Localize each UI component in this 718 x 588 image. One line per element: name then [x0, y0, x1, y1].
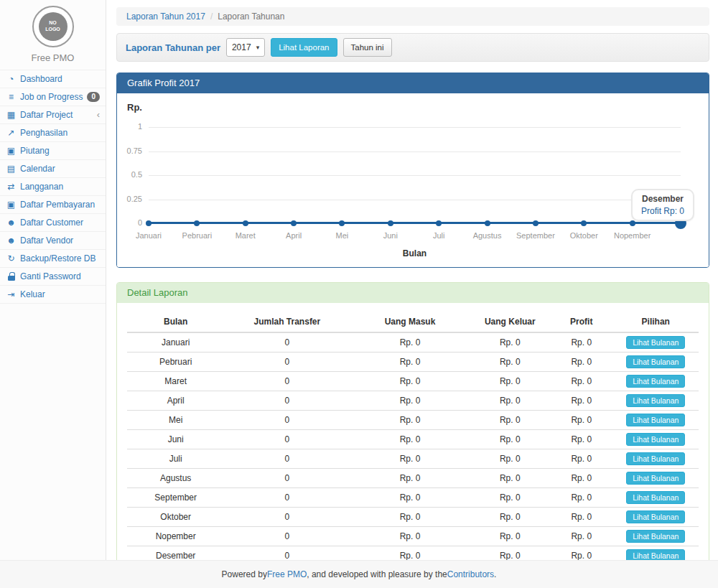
- data-point-nopember[interactable]: [630, 220, 635, 226]
- cell-jumlah-transfer: 0: [224, 430, 350, 449]
- lihat-bulanan-button[interactable]: Lihat Bulanan: [626, 375, 685, 388]
- cell-bulan: April: [127, 391, 224, 411]
- lihat-bulanan-button[interactable]: Lihat Bulanan: [626, 355, 685, 368]
- lihat-bulanan-button[interactable]: Lihat Bulanan: [626, 414, 685, 426]
- chart-y-axis-unit: Rp.: [127, 102, 699, 113]
- chart-panel-title: Grafik Profit 2017: [117, 73, 709, 93]
- count-badge: 0: [87, 92, 100, 102]
- cell-profit: Rp. 0: [550, 372, 613, 391]
- footer-text-suffix: .: [494, 569, 496, 579]
- cell-uang-masuk: Rp. 0: [350, 449, 470, 469]
- calendar-icon: ▤: [6, 164, 17, 174]
- x-tick-label: Juni: [383, 231, 398, 240]
- sidebar-item-keluar[interactable]: ⇥Keluar: [0, 286, 106, 304]
- data-point-pebruari[interactable]: [194, 220, 200, 226]
- cell-uang-keluar: Rp. 0: [470, 469, 550, 488]
- x-tick-label: Maret: [236, 231, 256, 240]
- cell-pilihan: Lihat Bulanan: [613, 449, 699, 469]
- footer-link-free-pmo[interactable]: Free PMO: [267, 569, 307, 579]
- column-header-uang-masuk: Uang Masuk: [350, 312, 470, 332]
- gridline: [149, 200, 681, 200]
- logo-ring: NO LOGO: [32, 6, 74, 47]
- footer-text-prefix: Powered by: [222, 569, 267, 579]
- logo: NO LOGO: [0, 0, 106, 47]
- lihat-bulanan-button[interactable]: Lihat Bulanan: [626, 336, 685, 349]
- breadcrumb-separator: /: [210, 11, 213, 22]
- profit-line-chart: 10.750.50.250: [149, 127, 681, 223]
- lihat-bulanan-button[interactable]: Lihat Bulanan: [626, 530, 685, 543]
- year-select[interactable]: 2017 ▾: [226, 38, 265, 57]
- chart-x-axis-title: Bulan: [149, 248, 681, 258]
- data-point-juni[interactable]: [388, 220, 393, 226]
- cell-profit: Rp. 0: [550, 527, 613, 546]
- cell-bulan: Juni: [127, 430, 224, 449]
- sidebar-item-daftar-vendor[interactable]: ☻Daftar Vendor: [0, 232, 106, 250]
- lihat-bulanan-button[interactable]: Lihat Bulanan: [626, 394, 685, 407]
- lihat-bulanan-button[interactable]: Lihat Bulanan: [626, 510, 685, 523]
- users-icon: ☻: [6, 235, 17, 246]
- sidebar-item-backup-restore-db[interactable]: ↻Backup/Restore DB: [0, 250, 106, 268]
- data-point-juli[interactable]: [436, 220, 442, 226]
- cell-jumlah-transfer: 0: [224, 449, 350, 469]
- cell-uang-keluar: Rp. 0: [470, 353, 550, 372]
- cell-profit: Rp. 0: [550, 411, 613, 430]
- lihat-bulanan-button[interactable]: Lihat Bulanan: [626, 472, 685, 485]
- column-header-bulan: Bulan: [127, 312, 224, 332]
- y-tick-label: 0.75: [127, 146, 142, 155]
- data-point-april[interactable]: [291, 220, 297, 226]
- cell-profit: Rp. 0: [550, 391, 613, 411]
- lihat-bulanan-button[interactable]: Lihat Bulanan: [626, 491, 685, 504]
- cell-bulan: Maret: [127, 372, 224, 391]
- sidebar-item-label: Daftar Project: [20, 110, 73, 120]
- sidebar-item-label: Ganti Password: [20, 271, 81, 281]
- table-row: September0Rp. 0Rp. 0Rp. 0Lihat Bulanan: [127, 488, 699, 508]
- sidebar-item-piutang[interactable]: ▣Piutang: [0, 142, 106, 160]
- sidebar-item-calendar[interactable]: ▤Calendar: [0, 160, 106, 178]
- data-point-september[interactable]: [533, 220, 538, 226]
- sidebar-item-label: Langganan: [20, 182, 63, 192]
- x-tick-label: Agustus: [473, 231, 502, 240]
- lihat-laporan-button[interactable]: Lihat Laporan: [271, 38, 337, 57]
- data-point-oktober[interactable]: [581, 220, 587, 226]
- cell-jumlah-transfer: 0: [224, 508, 350, 527]
- lihat-bulanan-button[interactable]: Lihat Bulanan: [626, 433, 685, 446]
- y-tick-label: 0: [138, 218, 142, 227]
- data-point-maret[interactable]: [243, 220, 248, 226]
- cell-profit: Rp. 0: [550, 449, 613, 469]
- sidebar-item-daftar-customer[interactable]: ☻Daftar Customer: [0, 214, 106, 232]
- detail-panel-title: Detail Laporan: [117, 283, 709, 303]
- x-tick-label: September: [516, 231, 555, 240]
- footer-link-contributors[interactable]: Contributors: [447, 569, 494, 579]
- cell-uang-keluar: Rp. 0: [470, 332, 550, 353]
- year-select-value: 2017: [232, 42, 251, 52]
- tahun-ini-button[interactable]: Tahun ini: [343, 38, 392, 57]
- cell-bulan: September: [127, 488, 224, 508]
- sidebar-item-dashboard[interactable]: ◔Dashboard: [0, 70, 106, 88]
- data-point-mei[interactable]: [339, 220, 345, 226]
- sidebar-item-label: Piutang: [20, 146, 50, 156]
- lihat-bulanan-button[interactable]: Lihat Bulanan: [626, 452, 685, 465]
- column-header-pilihan: Pilihan: [613, 312, 699, 332]
- sidebar-item-daftar-project[interactable]: ▦Daftar Project‹: [0, 106, 106, 124]
- cell-bulan: Januari: [127, 332, 224, 353]
- sign-out-icon: ⇥: [6, 289, 17, 299]
- sidebar-item-langganan[interactable]: ⇄Langganan: [0, 178, 106, 196]
- sidebar-item-penghasilan[interactable]: ↗Penghasilan: [0, 124, 106, 142]
- sidebar-item-job-on-progress[interactable]: ≡Job on Progress0: [0, 88, 106, 106]
- sidebar-item-ganti-password[interactable]: Ganti Password: [0, 268, 106, 286]
- sidebar-item-daftar-pembayaran[interactable]: ▣Daftar Pembayaran: [0, 196, 106, 214]
- money-icon: ▣: [6, 200, 17, 210]
- cell-profit: Rp. 0: [550, 469, 613, 488]
- data-point-januari[interactable]: [146, 220, 151, 226]
- sidebar-item-label: Backup/Restore DB: [20, 253, 95, 263]
- sidebar-item-label: Daftar Pembayaran: [20, 200, 95, 210]
- cell-uang-masuk: Rp. 0: [350, 469, 470, 488]
- brand-name: Free PMO: [0, 52, 106, 63]
- tasks-icon: ≡: [6, 92, 17, 102]
- data-point-agustus[interactable]: [485, 220, 490, 226]
- detail-panel-body: BulanJumlah TransferUang MasukUang Kelua…: [117, 303, 709, 588]
- chevron-left-icon: ‹: [97, 111, 100, 118]
- table-row: Juli0Rp. 0Rp. 0Rp. 0Lihat Bulanan: [127, 449, 699, 469]
- cell-pilihan: Lihat Bulanan: [613, 391, 699, 411]
- breadcrumb-link[interactable]: Laporan Tahun 2017: [126, 11, 205, 22]
